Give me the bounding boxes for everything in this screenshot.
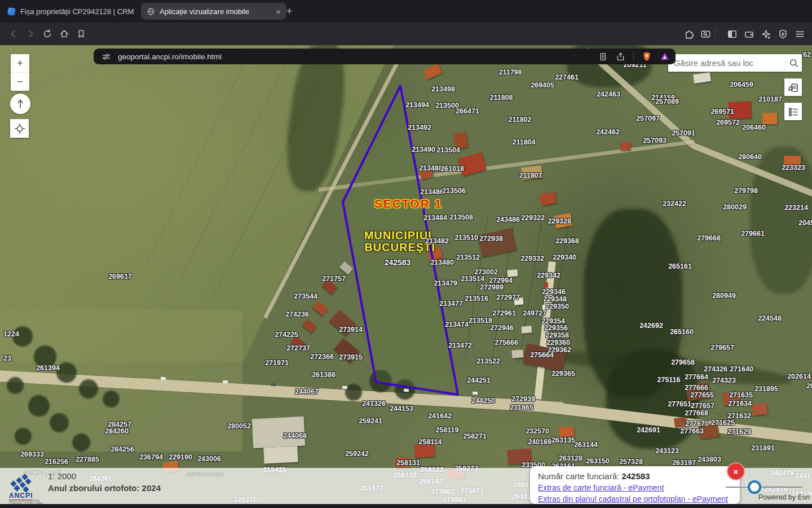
url-text[interactable]: geoportal.ancpi.ro/imobile.html — [118, 52, 222, 61]
tab-close-icon[interactable]: × — [276, 7, 281, 16]
ortho-year: Anul zborului ortofoto: 2024 — [48, 483, 161, 493]
sidebar-toggle-icon[interactable] — [725, 27, 739, 41]
search-icon — [789, 58, 799, 68]
locate-me-button[interactable] — [10, 119, 29, 138]
map-feature — [302, 319, 317, 334]
map-feature — [521, 165, 542, 180]
search-input[interactable] — [668, 54, 785, 72]
map-feature — [419, 168, 434, 180]
map-feature — [291, 336, 306, 351]
map-feature — [453, 132, 469, 149]
map-feature — [554, 213, 572, 229]
link-extras-carte-funciara[interactable]: Extras de carte funciară - ePayment — [538, 483, 740, 492]
map-feature — [263, 446, 298, 463]
address-search — [668, 54, 802, 72]
bat-rewards-icon[interactable] — [660, 51, 670, 62]
url-bar[interactable]: geoportal.ancpi.ro/imobile.html — [94, 49, 676, 64]
map-feature — [620, 142, 630, 150]
reload-button[interactable] — [41, 27, 54, 41]
map-feature — [423, 64, 443, 80]
map-feature — [28, 395, 50, 417]
popup-close-button[interactable]: × — [727, 462, 745, 480]
home-button[interactable] — [58, 27, 71, 41]
brave-shield-icon[interactable] — [642, 51, 652, 62]
legend-list-icon — [788, 106, 799, 117]
menu-icon[interactable] — [793, 27, 806, 41]
map-feature — [511, 349, 523, 358]
ancpi-logo-text: ANCPI — [9, 492, 33, 500]
map-feature — [473, 392, 478, 395]
divider — [633, 51, 634, 62]
share-icon[interactable] — [616, 52, 625, 62]
map-feature — [345, 384, 362, 401]
zoom-in-button[interactable]: + — [11, 54, 29, 73]
map-feature — [223, 380, 228, 383]
bottom-edge — [0, 504, 812, 508]
map-feature — [334, 338, 360, 363]
map-feature — [542, 305, 546, 310]
site-settings-icon[interactable] — [102, 52, 111, 62]
map-feature — [161, 377, 166, 380]
tab-imobile[interactable]: Aplicație vizualizare imobile × — [141, 3, 286, 20]
map-feature — [762, 113, 777, 124]
map-feature — [342, 386, 347, 389]
map-feature — [539, 192, 557, 206]
zoom-control: + − — [11, 54, 29, 91]
map-feature — [369, 370, 392, 392]
watermark-text: administrativ — [186, 470, 224, 478]
leo-ai-icon[interactable] — [759, 27, 773, 41]
zoom-out-button[interactable]: − — [11, 73, 29, 91]
reader-mode-icon[interactable] — [598, 52, 608, 62]
forward-button[interactable] — [24, 27, 37, 41]
map-feature — [545, 282, 548, 288]
parcel-info-popup: Număr carte funciară: 242583 Extras de c… — [530, 466, 740, 504]
map-feature — [508, 269, 518, 277]
map-feature — [507, 449, 532, 465]
map-feature — [514, 297, 524, 305]
esri-attribution: Powered by Esri — [758, 493, 810, 501]
link-extras-plan-cadastral[interactable]: Extras din planul cadastral pe ortofotop… — [538, 494, 740, 503]
map-feature — [319, 140, 695, 192]
tab-imobile-title: Aplicație vizualizare imobile — [160, 7, 249, 16]
browser-toolbar: geoportal.ancpi.ro/imobile.html — [0, 23, 812, 45]
map-feature — [56, 362, 77, 383]
map-feature — [72, 433, 90, 452]
map-canvas[interactable] — [0, 45, 812, 508]
map-feature — [34, 345, 56, 368]
crosshair-icon — [14, 123, 25, 134]
map-scale: 1: 2000 — [48, 471, 76, 481]
map-feature — [519, 221, 542, 363]
popup-parcel-value: 242583 — [621, 471, 650, 481]
map-feature — [322, 279, 338, 295]
map-feature — [15, 428, 32, 445]
zoom-slider-handle[interactable] — [748, 480, 761, 494]
map-feature — [404, 389, 409, 392]
map-feature — [12, 326, 33, 347]
map-feature — [522, 326, 532, 334]
tab-crm[interactable]: Fișa proprietății CP2942128 | CRM — [8, 5, 134, 18]
map-feature — [722, 391, 741, 406]
search-button[interactable] — [785, 54, 802, 72]
back-button[interactable] — [7, 27, 20, 41]
compass-north-button[interactable] — [10, 94, 30, 114]
ancpi-logo: ANCPI AGENȚIA NAȚIONALĂ DE CADASTRU ȘI P… — [8, 474, 45, 502]
zoom-slider-track[interactable] — [726, 487, 802, 488]
map-feature — [103, 391, 120, 408]
find-in-page-icon[interactable] — [699, 27, 712, 41]
new-tab-button[interactable]: + — [282, 4, 297, 19]
map-feature — [478, 228, 517, 257]
legend-button[interactable] — [784, 103, 802, 120]
globe-icon — [147, 7, 155, 16]
map-feature — [395, 457, 409, 467]
wallet-icon[interactable] — [742, 27, 756, 41]
extensions-icon[interactable] — [682, 27, 696, 41]
crm-favicon — [7, 7, 16, 16]
vpn-shield-icon[interactable] — [776, 27, 789, 41]
identify-extras-button[interactable] — [784, 78, 802, 96]
bookmark-button[interactable] — [74, 27, 88, 41]
map-feature — [339, 261, 353, 275]
map-feature — [50, 413, 69, 432]
map-feature — [329, 309, 357, 336]
map-feature — [79, 379, 98, 398]
map-feature — [271, 383, 276, 386]
